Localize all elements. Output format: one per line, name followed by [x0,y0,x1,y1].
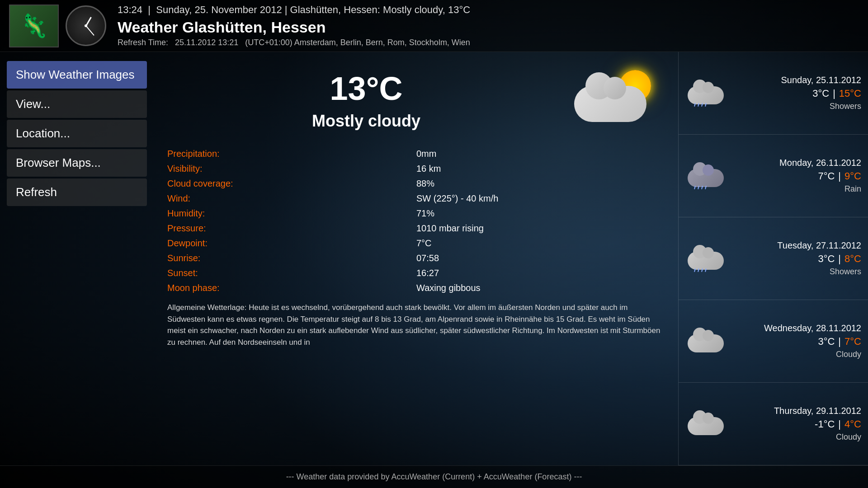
clock-face [68,8,104,44]
forecast-high: 4°C [844,418,861,430]
cloud-icon [574,86,646,122]
header-info: 13:24 | Sunday, 25. November 2012 | Glas… [118,4,859,47]
detail-value: SW (225°) - 40 km/h [416,192,665,206]
sidebar-btn-browser-maps[interactable]: Browser Maps... [7,149,147,177]
header-title: Weather Glashütten, Hessen [118,19,859,36]
main-layout: Show Weather ImagesView...Location...Bro… [0,52,868,465]
current-temperature: 13°C [167,70,565,107]
forecast-info: Tuesday, 27.11.20123°C|8°CShowers [731,240,861,277]
forecast-high: 15°C [839,88,861,99]
detail-label: Moon phase: [167,281,415,295]
detail-label: Visibility: [167,162,415,176]
forecast-temps: 3°C|7°C [731,336,861,347]
weather-content: 13°C Mostly cloudy Precipitation:0mmVisi… [154,52,678,465]
rain-drop [698,103,699,107]
refresh-time: 25.11.2012 13:21 [175,38,238,47]
forecast-condition: Showers [731,267,861,277]
detail-label: Sunset: [167,266,415,280]
rain-drop [698,268,699,272]
detail-value: 88% [416,177,665,191]
refresh-label: Refresh Time: [118,38,168,47]
temp-separator: | [838,253,841,264]
rain-drop [705,268,707,272]
detail-label: Dewpoint: [167,236,415,250]
sidebar-btn-refresh[interactable]: Refresh [7,178,147,206]
footer-text: --- Weather data provided by AccuWeather… [286,472,582,482]
small-cloud [688,417,724,435]
forecast-high: 7°C [844,336,861,347]
clock-widget [66,5,106,46]
forecast-temps: 3°C|15°C [731,88,861,99]
header-date-location: 13:24 | Sunday, 25. November 2012 | Glas… [118,4,859,16]
detail-label: Pressure: [167,221,415,235]
forecast-day-0: Sunday, 25.11.20123°C|15°CShowers [679,52,868,135]
detail-value: Waxing gibbous [416,281,665,295]
detail-label: Sunrise: [167,251,415,265]
clock-center [85,24,87,27]
header-time: 13:24 [118,4,142,15]
forecast-cloud-icon [685,80,731,107]
header-date-loc: Sunday, 25. November 2012 | Glashütten, … [156,4,470,15]
detail-value: 16 km [416,162,665,176]
temp-separator: | [838,336,841,347]
detail-value: 07:58 [416,251,665,265]
forecast-day-2: Tuesday, 27.11.20123°C|8°CShowers [679,217,868,300]
forecast-date: Wednesday, 28.11.2012 [731,323,861,333]
small-cloud [688,169,724,187]
current-condition: Mostly cloudy [167,112,565,131]
detail-label: Wind: [167,192,415,206]
sidebar-btn-view[interactable]: View... [7,90,147,118]
forecast-day-4: Thursday, 29.11.2012-1°C|4°CCloudy [679,383,868,465]
forecast-condition: Showers [731,102,861,111]
forecast-date: Sunday, 25.11.2012 [731,75,861,85]
forecast-temps: -1°C|4°C [731,418,861,430]
detail-value: 16:27 [416,266,665,280]
forecast-cloud-icon [685,245,731,272]
forecast-condition: Cloudy [731,432,861,442]
forecast-panel: Sunday, 25.11.20123°C|15°CShowersMonday,… [678,52,868,465]
rain-drops [694,268,706,272]
detail-value: 1010 mbar rising [416,221,665,235]
app-logo: 🦎 [9,5,59,47]
rain-drop [701,186,703,189]
timezone: (UTC+01:00) Amsterdam, Berlin, Bern, Rom… [245,38,470,47]
sidebar-btn-location[interactable]: Location... [7,120,147,147]
rain-drop [705,186,707,189]
forecast-info: Monday, 26.11.20127°C|9°CRain [731,158,861,194]
rain-drop [705,103,707,107]
forecast-low: 3°C [818,336,835,347]
forecast-day-1: Monday, 26.11.20127°C|9°CRain [679,135,868,217]
forecast-low: 7°C [818,170,835,182]
rain-drops [694,103,706,107]
forecast-date: Thursday, 29.11.2012 [731,406,861,416]
forecast-info: Sunday, 25.11.20123°C|15°CShowers [731,75,861,111]
header-refresh: Refresh Time: 25.11.2012 13:21 (UTC+01:0… [118,38,859,47]
current-weather: 13°C Mostly cloudy [167,61,665,133]
forecast-cloud-icon [685,162,731,189]
weather-details: Precipitation:0mmVisibility:16 kmCloud c… [167,147,665,295]
temp-separator: | [833,88,835,99]
rain-drop [694,268,696,272]
temp-separator: | [838,170,841,182]
detail-value: 71% [416,206,665,221]
detail-label: Cloud coverage: [167,177,415,191]
forecast-high: 8°C [844,253,861,264]
forecast-temps: 3°C|8°C [731,253,861,265]
forecast-low: 3°C [812,88,829,99]
small-cloud [688,252,724,270]
rain-drop [701,103,703,107]
rain-drop [694,186,696,189]
sidebar-btn-show-weather-images[interactable]: Show Weather Images [7,61,147,89]
temp-condition: 13°C Mostly cloudy [167,61,565,131]
forecast-low: -1°C [815,418,835,430]
frog-icon: 🦎 [20,13,48,39]
forecast-temps: 7°C|9°C [731,170,861,182]
rain-drop [694,103,696,107]
cloud-sun-icon [574,68,656,127]
detail-label: Humidity: [167,206,415,221]
forecast-low: 3°C [818,253,835,264]
small-cloud [688,334,724,352]
detail-label: Precipitation: [167,147,415,161]
forecast-day-3: Wednesday, 28.11.20123°C|7°CCloudy [679,300,868,383]
forecast-info: Thursday, 29.11.2012-1°C|4°CCloudy [731,406,861,442]
